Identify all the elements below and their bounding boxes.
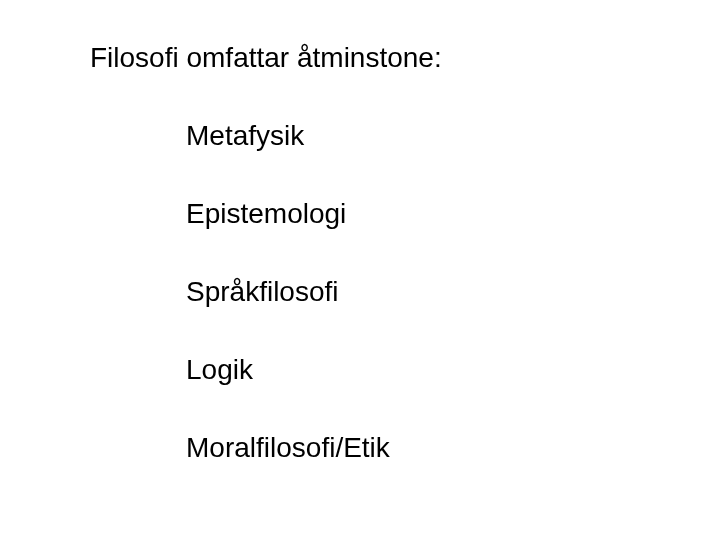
topic-list: Metafysik Epistemologi Språkfilosofi Log… <box>90 120 720 464</box>
list-item: Metafysik <box>186 120 720 152</box>
list-item: Logik <box>186 354 720 386</box>
list-item: Epistemologi <box>186 198 720 230</box>
slide: Filosofi omfattar åtminstone: Metafysik … <box>0 0 720 540</box>
list-item: Språkfilosofi <box>186 276 720 308</box>
list-item: Moralfilosofi/Etik <box>186 432 720 464</box>
slide-heading: Filosofi omfattar åtminstone: <box>90 42 720 74</box>
